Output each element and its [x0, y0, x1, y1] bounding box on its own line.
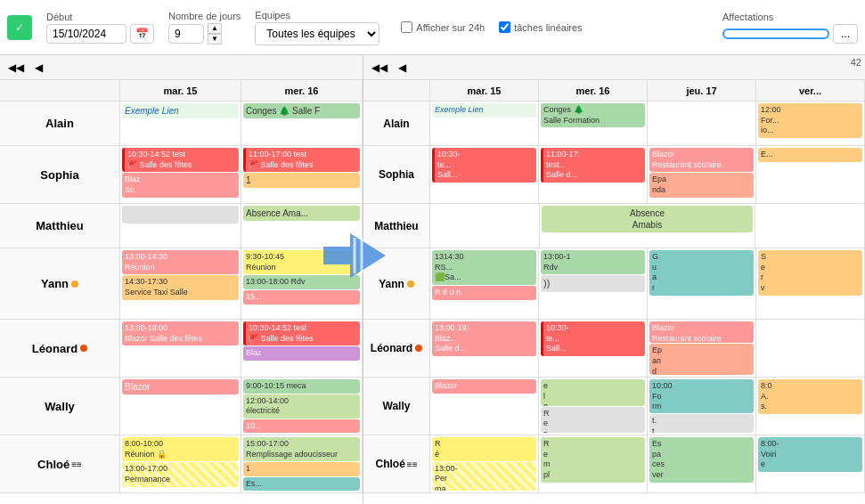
right-nav-prev-prev[interactable]: ◀◀ [367, 60, 392, 76]
right-date-ver: ver... [756, 80, 865, 101]
event-wally-blazor[interactable]: Blazor [122, 379, 239, 394]
event-leonard-test[interactable]: 10:30-14:52 test🚩 Salle des fêtes [243, 321, 360, 345]
event-r-wally-blazor[interactable]: Blazor [432, 379, 536, 394]
event-alain-exemple-lien[interactable]: Exemple Lien [122, 103, 239, 118]
left-cells-alain: Exemple Lien Conges 🌲 Salle F [120, 102, 363, 145]
right-name-wally: Wally [363, 378, 430, 435]
event-r-sophia-test1[interactable]: 10:30-te...Sall... [432, 148, 536, 183]
show24h-checkbox[interactable] [401, 21, 412, 33]
left-row-wally: Wally Blazor 9:00-10:15 meca 12:00-14:00… [0, 378, 363, 435]
left-cells-wally: Blazor 9:00-10:15 meca 12:00-14:00électr… [120, 378, 363, 435]
calendar-icon[interactable]: 📅 [130, 24, 154, 44]
event-r-alain-form[interactable]: 12:00For...io... [758, 103, 862, 138]
event-r-chloe-perm[interactable]: 13:00-Permanece [432, 462, 536, 491]
more-button[interactable]: ... [833, 24, 858, 44]
event-r-leonard-test[interactable]: 10:30-te...Sall... [541, 321, 645, 356]
event-sophia-test-mar15[interactable]: 10:30-14:52 test🚩 Salle des fêtes [122, 148, 239, 172]
event-r-sophia-e[interactable]: E... [758, 148, 862, 162]
event-leonard-blazor[interactable]: 13:00-19:00Blazor Salle des fêtes [122, 321, 239, 345]
days-group: Nombre de jours ▲ ▼ [168, 11, 241, 45]
event-wally-10[interactable]: 10... [243, 419, 360, 434]
event-wally-meca[interactable]: 9:00-10:15 meca [243, 379, 360, 394]
event-matthieu-absence[interactable]: Absence Ama... [243, 206, 360, 221]
linear-tasks-label: tâches linéaires [514, 22, 582, 33]
days-down[interactable]: ▼ [208, 34, 222, 45]
days-input[interactable] [168, 24, 204, 44]
right-cells-chloe: Réuni 13:00-Permanece Rempl Espacesver 8… [430, 435, 865, 492]
right-date-mar15: mar. 15 [430, 80, 539, 101]
linear-tasks-checkbox[interactable] [499, 21, 510, 33]
right-matthieu-mer16-jeu17: AbsenceAmabis [540, 204, 755, 248]
event-r-sophia-epanda[interactable]: Epanda [649, 173, 754, 197]
event-r-yann-guar[interactable]: Guar [649, 250, 754, 296]
right-wally-ver: 8:0A.s. [756, 378, 865, 435]
event-r-wally-form[interactable]: 10:00FormSa... [649, 379, 754, 413]
event-chloe-remplissage[interactable]: 15:00-17:00Remplissage adoucisseur [243, 437, 360, 461]
right-cells-leonard: 13:00-19:Blaz...Salle d... 10:30-te...Sa… [430, 320, 865, 377]
left-dates-header: mar. 15 mer. 16 [120, 80, 363, 101]
event-alain-conges[interactable]: Conges 🌲 Salle F [243, 103, 360, 118]
right-panel: ◀◀ ◀ 42 mar. 15 mer. 16 jeu. 17 ver... A… [363, 55, 865, 504]
left-name-wally: Wally [0, 378, 120, 435]
left-grid: Alain Exemple Lien Conges 🌲 Salle F Soph… [0, 102, 363, 504]
event-yann-reunion1[interactable]: 13:00-14:30Réunion [122, 250, 239, 274]
event-yann-15[interactable]: 15... [243, 290, 360, 305]
left-nav-prev-prev[interactable]: ◀◀ [4, 60, 29, 76]
right-row-chloe: Chloé ≡≡ Réuni 13:00-Permanece Rempl Esp… [363, 435, 865, 493]
event-r-chloe-espaces[interactable]: Espacesver [649, 437, 754, 483]
event-r-wally-elec[interactable]: elect [541, 379, 645, 406]
right-leonard-mer16: 10:30-te...Sall... [539, 320, 648, 377]
event-chloe-es[interactable]: Es... [243, 477, 360, 492]
left-cells-leonard: 13:00-19:00Blazor Salle des fêtes 10:30-… [120, 320, 363, 377]
check-button[interactable]: ✓ [7, 15, 32, 40]
left-row-leonard: Léonard 13:00-19:00Blazor Salle des fête… [0, 320, 363, 378]
right-cells-alain: Exemple Lien Conges 🌲Salle Formation 12:… [430, 102, 865, 145]
left-nav-prev[interactable]: ◀ [30, 60, 47, 76]
right-yann-mer16: 13:00-1Rdv )) [539, 248, 648, 319]
right-nav-prev[interactable]: ◀ [394, 60, 411, 76]
left-yann-mar15: 13:00-14:30Réunion 14:30-17:30Service Ta… [120, 248, 241, 319]
event-r-chloe-remplissage[interactable]: Rempl [541, 437, 645, 483]
event-r-yann-serv[interactable]: Serv [758, 250, 862, 296]
event-r-yann-rs[interactable]: 1314:30RS...🟩Sa... [432, 250, 536, 285]
event-chloe-permanance[interactable]: 13:00-17:00Permanance [122, 462, 239, 486]
right-leonard-ver [756, 320, 865, 377]
event-wally-elec[interactable]: 12:00-14:00électricité [243, 394, 360, 419]
event-yann-service[interactable]: 14:30-17:30Service Taxi Salle [122, 275, 239, 299]
event-r-yann-rdv[interactable]: 13:00-1Rdv [541, 250, 645, 274]
event-r-wally-a[interactable]: 8:0A.s. [758, 379, 862, 414]
left-wally-mar15: Blazor [120, 378, 241, 435]
right-cells-wally: Blazor elect Reca 10:00FormSa... t.t. 8:… [430, 378, 865, 435]
event-r-alain-conges[interactable]: Conges 🌲Salle Formation [541, 103, 645, 127]
event-r-matthieu-absence[interactable]: AbsenceAmabis [542, 206, 753, 232]
days-spinner[interactable]: ▲ ▼ [208, 23, 222, 45]
event-leonard-blaz[interactable]: Blaz [243, 346, 360, 361]
event-sophia-blaz[interactable]: BlazSc. [122, 173, 239, 197]
event-sophia-1[interactable]: 1 [243, 173, 360, 188]
toolbar: ✓ Début 📅 Nombre de jours ▲ ▼ Equipes To… [0, 0, 865, 55]
event-r-sophia-test2[interactable]: 11:00-17:test...Salle d... [541, 148, 645, 183]
start-date-input[interactable] [46, 24, 126, 44]
right-chloe-mar15: Réuni 13:00-Permanece [430, 435, 539, 492]
event-r-leonard-blaz[interactable]: 13:00-19:Blaz...Salle d... [432, 321, 536, 356]
event-r-sophia-blazor[interactable]: BlazorRestaurant scolaire [649, 148, 754, 172]
event-r-yann-pp: )) [541, 275, 645, 291]
teams-label: Equipes [255, 10, 379, 20]
event-chloe-1[interactable]: 1 [243, 462, 360, 476]
event-r-chloe-reun[interactable]: Réuni [432, 437, 536, 461]
event-sophia-test-mer16[interactable]: 11:00-17:00 test🚩 Salle des fêtes [243, 148, 360, 172]
event-r-alain-lien[interactable]: Exemple Lien [432, 103, 536, 118]
affectations-group: Affectations ... [722, 12, 858, 44]
right-yann-ver: Serv [756, 248, 865, 319]
event-r-yann-reun[interactable]: R é u n. [432, 286, 536, 300]
right-matthieu-mar15 [430, 204, 540, 248]
days-up[interactable]: ▲ [208, 23, 222, 34]
event-r-leonard-ep[interactable]: Epand [649, 344, 754, 375]
event-r-leonard-blazor[interactable]: BlazorRestaurant scolaire [649, 321, 754, 343]
left-row-sophia: Sophia 10:30-14:52 test🚩 Salle des fêtes… [0, 146, 363, 204]
event-matthieu-empty [122, 206, 239, 224]
teams-select[interactable]: Toutes les équipes [255, 22, 379, 45]
event-r-chloe-voirie[interactable]: 8:00-Voirie [758, 437, 862, 472]
event-chloe-reunion[interactable]: 8:00-10:00Réunion 🔒 [122, 437, 239, 461]
right-cells-matthieu: AbsenceAmabis [430, 204, 865, 248]
